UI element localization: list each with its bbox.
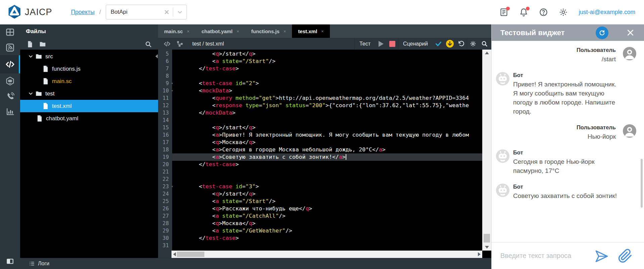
line-number[interactable]: 32 [158,249,172,251]
line-number[interactable]: 18 [158,146,172,153]
tree-folder-src[interactable]: src [20,50,158,63]
vertical-scroll-thumb[interactable] [484,234,490,243]
line-number[interactable]: 15 [158,124,172,131]
line-number[interactable]: 31 [158,242,172,249]
collapse-panel-icon[interactable] [6,257,14,266]
code-line-26[interactable]: <q>Расскажи что-нибудь еще</q> [172,205,482,212]
sidebar-item-channels[interactable] [0,40,20,55]
code-line-25[interactable]: <a state="/Start"/> [172,198,482,205]
code-line-19[interactable]: <a>Советую захватить с собой зонтик!</a> [172,153,482,161]
line-number[interactable]: 28 [158,220,172,227]
send-button[interactable] [594,249,608,263]
validate-button[interactable] [433,38,444,50]
chat-input[interactable] [500,252,594,260]
horizontal-scroll-track[interactable] [171,251,482,258]
tab-functions.js[interactable]: functions.js× [245,24,292,38]
code-view-icon[interactable] [163,40,171,48]
code-line-5[interactable]: <q>/start</q> [172,50,482,58]
code-line-22[interactable] [172,176,482,183]
undo-button[interactable] [455,38,467,50]
line-number[interactable]: 5 [158,50,172,58]
jaicp-logo[interactable]: JAICP [7,4,52,20]
scroll-down-arrow-icon[interactable] [482,244,491,251]
refresh-button[interactable] [596,26,608,39]
code-line-21[interactable] [172,168,482,176]
attach-paperclip-icon[interactable] [618,249,633,263]
code-line-23[interactable]: <test-case id="3"> [172,183,482,190]
line-number[interactable]: 6 [158,58,172,65]
code-line-28[interactable]: <q>Москва</q> [172,220,482,227]
line-number[interactable]: 16 [158,131,172,139]
code-line-6[interactable]: <a state="/Start"/> [172,58,482,65]
line-number[interactable]: 21 [158,168,172,176]
logs-bar[interactable]: Логи [20,258,158,269]
close-widget-button[interactable] [626,28,635,37]
code-line-13[interactable]: </mockData> [172,109,482,117]
code-line-30[interactable]: </test-case> [172,234,482,242]
new-file-icon[interactable] [26,41,34,48]
code-line-10[interactable]: <mockData> [172,87,482,94]
tab-chatbot.yaml[interactable]: chatbot.yaml× [195,24,245,38]
line-number[interactable]: 19 [158,153,172,161]
graph-view-icon[interactable] [176,40,184,48]
user-email[interactable]: just-ai@example.com [579,9,635,16]
line-number[interactable]: 9▾ [158,80,172,87]
projects-link[interactable]: Проекты [71,9,95,16]
code-line-15[interactable]: <q>/start</q> [172,124,482,131]
run-test-button[interactable] [375,38,387,50]
line-number[interactable]: 30 [158,234,172,242]
caret-down-icon[interactable] [28,54,33,59]
line-number[interactable]: 26 [158,205,172,212]
line-number[interactable]: 22 [158,176,172,183]
bell-icon[interactable] [519,8,528,17]
settings-icon[interactable] [559,8,568,17]
vertical-scrollbar[interactable] [482,50,491,251]
tree-file-chatbot.yaml[interactable]: chatbot.yaml [20,112,158,125]
line-number[interactable]: 20 [158,161,172,168]
caret-down-icon[interactable] [28,91,33,96]
line-number[interactable]: 13 [158,109,172,117]
new-folder-icon[interactable] [39,41,46,48]
line-number[interactable]: 29 [158,227,172,234]
editor-settings-button[interactable] [467,38,479,50]
code-line-14[interactable] [172,117,482,124]
editor-search-button[interactable] [479,38,490,50]
code-line-20[interactable]: </test-case> [172,161,482,168]
sidebar-item-dashboard[interactable] [0,24,20,40]
line-number[interactable]: 12 [158,102,172,109]
clear-project-icon[interactable]: ✕ [161,8,173,16]
code-line-9[interactable]: <test-case id="2"> [172,80,482,87]
line-number[interactable]: 23▾ [158,183,172,190]
line-number[interactable]: 11 [158,94,172,102]
tab-close-icon[interactable]: × [237,29,239,34]
project-select[interactable]: BotApi ✕ [106,5,187,19]
code-line-27[interactable]: <a state="/CatchAll"/> [172,212,482,220]
sidebar-item-calls[interactable] [0,89,20,104]
code-line-12[interactable]: <response type="json" status="200">{"coo… [172,102,482,109]
help-icon[interactable] [539,8,548,17]
tasks-icon[interactable] [499,8,508,17]
tab-close-icon[interactable]: × [187,29,190,34]
code-line-7[interactable]: </test-case> [172,65,482,72]
line-number[interactable]: 25 [158,198,172,205]
sidebar-item-analytics[interactable] [0,104,20,120]
deploy-button[interactable] [444,38,455,50]
scroll-up-arrow-icon[interactable] [482,50,491,56]
tree-file-main.sc[interactable]: main.sc [20,75,158,87]
tab-close-icon[interactable]: × [284,29,286,34]
code-line-11[interactable]: <query method="get">http://api.openweath… [172,94,482,102]
chevron-down-icon[interactable] [173,9,187,15]
search-files-icon[interactable] [145,41,152,48]
tree-file-functions.js[interactable]: functions.js [20,63,158,75]
code-editor[interactable]: 56789▾10▾11121314151617181920212223▾2425… [158,50,491,251]
code-line-18[interactable]: <a>Сегодня в городе Москва небольшой дож… [172,146,482,153]
horizontal-scrollbar[interactable] [158,251,491,258]
line-number[interactable]: 27 [158,212,172,220]
sidebar-item-editor[interactable] [0,55,20,73]
line-number[interactable]: 8 [158,72,172,80]
line-number[interactable]: 24 [158,190,172,198]
sidebar-item-bot[interactable] [0,73,20,89]
tab-test.xml[interactable]: test.xml× [292,24,330,38]
tree-file-test.xml[interactable]: test.xml [20,100,158,112]
chat-log[interactable]: Пользователь/startБотПривет! Я электронн… [492,41,644,242]
